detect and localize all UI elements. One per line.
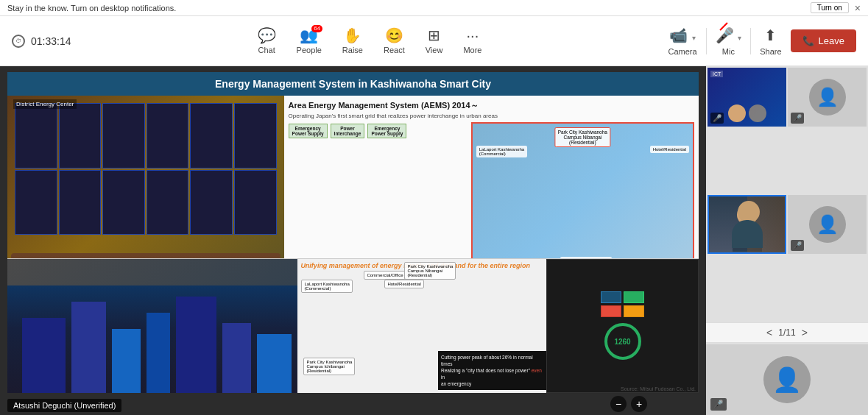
react-label: React	[384, 46, 405, 54]
avatar-4: 👤	[809, 206, 846, 243]
toolbar-right: 📹 ▾ Camera 🎤 ▾ Mic ⬆ Share 📞 Leave	[668, 26, 856, 56]
raise-button[interactable]: ✋ Raise	[342, 28, 363, 54]
page-current: 1	[778, 327, 783, 338]
right-panel: ICT 🎤 👤 🎤	[706, 66, 868, 415]
avatar-2: 👤	[809, 79, 846, 116]
leave-label: Leave	[819, 35, 844, 46]
close-icon[interactable]: ×	[855, 2, 861, 14]
gauge-display: 1260	[604, 323, 641, 360]
bottom-participant-tile: 👤 🎤	[706, 343, 868, 415]
participant-tile-3	[708, 195, 786, 254]
mic-button[interactable]: 🎤 ▾ Mic	[716, 26, 742, 56]
view-icon: ⊞	[428, 28, 440, 43]
chat-button[interactable]: 💬 Chat	[258, 28, 276, 54]
mute-icon-2: 🎤	[791, 113, 804, 124]
more-label: More	[463, 46, 481, 54]
avatar-icon-4: 👤	[816, 214, 839, 235]
chat-label: Chat	[258, 46, 275, 54]
loc-label-ichibangai: Park City KashiwanohaCampus Ichibangai(R…	[303, 358, 355, 375]
pagination-bar: < 1/11 >	[706, 322, 868, 343]
mute-icon-bottom: 🎤	[710, 398, 727, 411]
avatar-bottom: 👤	[763, 356, 811, 403]
page-total: 11	[786, 327, 795, 338]
camera-icon: 📹 ▾	[669, 26, 696, 44]
monitor-cell	[190, 103, 233, 169]
minus-button[interactable]: −	[610, 396, 627, 412]
monitor-cell	[59, 170, 102, 235]
timer-icon: ⏱	[12, 35, 25, 48]
people-label: People	[297, 46, 322, 54]
more-button[interactable]: ··· More	[463, 28, 481, 54]
map-label-3: Hotel/Residential	[650, 146, 689, 153]
slide-controls: − +	[610, 396, 647, 412]
speaker-name: Atsushi Deguchi (Unverified)	[7, 399, 121, 412]
monitor-cell	[102, 170, 145, 235]
monitor-cell	[147, 103, 189, 169]
monitor-cell	[102, 103, 145, 169]
raise-icon: ✋	[343, 28, 361, 43]
slide-bottom-right: Unifying management of energy supply and…	[297, 259, 699, 393]
react-button[interactable]: 😊 React	[384, 28, 405, 54]
city-photo	[7, 259, 297, 393]
monitor-cell	[190, 170, 233, 235]
map-label-1: Park City KashiwanohaCampus Nibangai(Res…	[555, 127, 610, 147]
participants-grid: ICT 🎤 👤 🎤	[706, 66, 868, 322]
map-label-2: LaLaport Kashiwanoha(Commercial)	[476, 146, 527, 157]
people-icon: 👥 64	[300, 28, 318, 43]
even-text: even	[532, 368, 542, 373]
col-header-2: PowerInterchange	[331, 124, 365, 138]
leave-button[interactable]: 📞 Leave	[791, 29, 856, 52]
source-label: Source: Mitsui Fudosan Co., Ltd.	[621, 386, 696, 391]
more-icon: ···	[467, 28, 479, 43]
avatar-icon-bottom: 👤	[772, 366, 802, 394]
district-label: District Energy Center	[13, 99, 77, 109]
participant-tile-2: 👤 🎤	[788, 68, 867, 127]
turn-on-button[interactable]: Turn on	[811, 2, 849, 13]
raise-label: Raise	[342, 46, 363, 54]
notification-text: Stay in the know. Turn on desktop notifi…	[7, 4, 176, 13]
camera-button[interactable]: 📹 ▾ Camera	[668, 26, 697, 56]
mic-label: Mic	[722, 47, 735, 56]
react-icon: 😊	[385, 28, 403, 43]
slide-frame: Energy Management System in Kashiwanoha …	[7, 72, 699, 393]
view-label: View	[426, 46, 443, 54]
gauge-panel: 1260	[546, 259, 699, 393]
chat-icon: 💬	[258, 28, 276, 43]
plus-button[interactable]: +	[631, 396, 647, 412]
prev-page-button[interactable]: <	[766, 327, 772, 338]
main-content: Energy Management System in Kashiwanoha …	[0, 66, 868, 415]
monitor-cell	[15, 103, 57, 169]
toolbar: ⏱ 01:33:14 💬 Chat 👥 64 People ✋ Raise	[0, 16, 868, 66]
black-text-box: Cutting power peak of about 26% in norma…	[438, 351, 546, 390]
loc-label-commercial: Commercial/Office	[364, 271, 406, 280]
avatar-icon-2: 👤	[816, 87, 839, 107]
gauge-value: 1260	[614, 338, 630, 346]
people-button[interactable]: 👥 64 People	[297, 28, 322, 54]
monitor-cell	[59, 103, 102, 169]
participant-tile-4: 👤 🎤	[788, 195, 867, 254]
timer-display: 01:33:14	[31, 35, 71, 47]
next-page-button[interactable]: >	[802, 327, 808, 338]
participant-tile-1: ICT 🎤	[708, 68, 786, 127]
share-label: Share	[760, 47, 781, 56]
loc-label-lalaport: LaLaport Kashiwanoha(Commercial)	[301, 280, 352, 293]
mute-icon-1: 🎤	[710, 113, 724, 124]
city-buildings	[7, 285, 297, 393]
notification-bar: Stay in the know. Turn on desktop notifi…	[0, 0, 868, 16]
phone-icon: 📞	[802, 35, 814, 46]
aems-title: Area Energy Management System (AEMS) 201…	[289, 100, 694, 111]
timer-section: ⏱ 01:33:14	[12, 35, 71, 48]
ict-logo: ICT	[710, 71, 723, 77]
mute-icon-4: 🎤	[791, 240, 804, 251]
people-badge: 64	[311, 25, 322, 32]
view-button[interactable]: ⊞ View	[426, 28, 443, 54]
slide-bottom: Unifying management of energy supply and…	[7, 258, 699, 393]
slide-title: Energy Management System in Kashiwanoha …	[7, 72, 699, 96]
page-info: 1/11	[778, 327, 795, 338]
share-button[interactable]: ⬆ Share	[760, 26, 781, 56]
monitor-cell	[147, 170, 189, 235]
slide-area: Energy Management System in Kashiwanoha …	[0, 66, 706, 415]
video-bg-3	[709, 196, 785, 252]
monitor-cell	[15, 170, 57, 235]
monitor-cell	[234, 103, 277, 169]
